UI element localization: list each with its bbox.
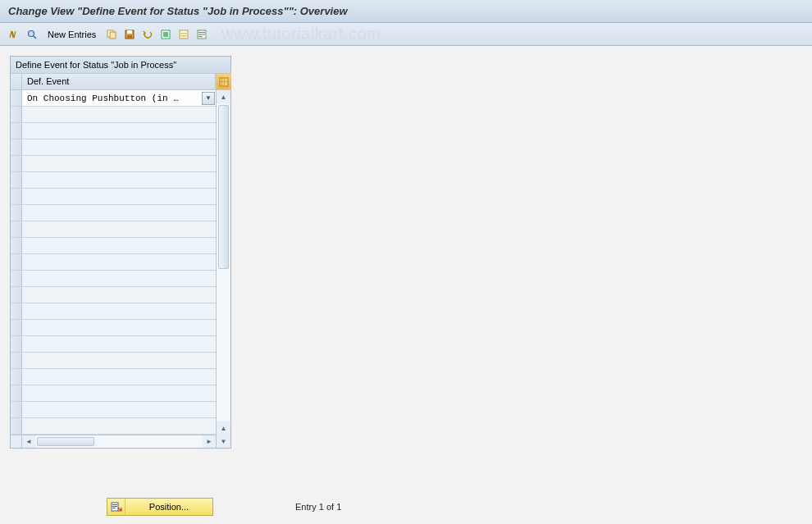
scroll-down-icon[interactable]: ▼ [217,435,230,448]
position-icon [107,499,125,515]
new-entries-button[interactable]: New Entries [43,30,101,39]
watermark-text: www.tutorialkart.com [221,25,381,43]
row-selector[interactable] [11,303,22,319]
def-event-cell[interactable] [22,254,216,270]
svg-rect-13 [198,32,205,33]
svg-rect-21 [112,504,117,505]
def-event-cell[interactable] [22,320,216,335]
def-event-cell[interactable]: On Choosing Pushbutton (in …▼ [22,90,216,106]
position-button[interactable]: Position... [107,498,213,516]
row-selector[interactable] [11,156,22,171]
def-event-cell[interactable] [22,287,216,303]
table-row [11,369,216,385]
def-event-cell[interactable] [22,123,216,139]
svg-rect-9 [180,30,188,39]
def-event-cell[interactable] [22,107,216,122]
table-row [11,418,216,435]
def-event-cell[interactable] [22,336,216,352]
select-all-icon[interactable] [158,27,173,42]
table-body: Def. Event On Choosing Pushbutton (in …▼… [11,74,216,448]
svg-rect-15 [198,36,203,37]
undo-icon[interactable] [140,27,155,42]
table-row [11,287,216,303]
def-event-cell[interactable] [22,353,216,368]
find-icon[interactable] [25,27,39,42]
row-selector[interactable] [11,205,22,221]
row-selector[interactable] [11,369,22,385]
svg-rect-22 [112,506,117,507]
table-row [11,205,216,221]
save-icon[interactable] [122,27,137,42]
deselect-icon[interactable] [176,27,191,42]
table-row [11,385,216,402]
v-scroll-thumb[interactable] [218,105,229,269]
row-selector[interactable] [11,336,22,352]
row-selector[interactable] [11,271,22,286]
table-row [11,123,216,139]
row-selector[interactable] [11,221,22,237]
row-selector[interactable] [11,90,22,106]
def-event-cell[interactable] [22,189,216,204]
def-event-cell[interactable] [22,238,216,253]
footer: Position... Entry 1 of 1 [0,498,812,516]
page-title: Change View "Define Event for Status "Jo… [0,0,812,23]
table-settings-icon[interactable] [217,74,231,90]
copy-icon[interactable] [104,27,119,42]
svg-rect-10 [180,33,187,34]
row-selector[interactable] [11,418,22,434]
def-event-cell[interactable] [22,418,216,434]
svg-rect-6 [127,35,132,39]
column-header-def-event[interactable]: Def. Event [22,74,216,89]
toggle-icon[interactable] [7,27,21,42]
toolbar: New Entries www.tutorialkart.com [0,23,812,46]
vertical-scrollbar-area: ▲ ▲ ▼ [216,74,230,448]
table-row [11,189,216,205]
scroll-up-end-icon[interactable]: ▲ [217,421,230,435]
row-selector[interactable] [11,287,22,303]
svg-rect-14 [198,34,205,34]
row-selector[interactable] [11,139,22,155]
panel-header: Define Event for Status "Job in Process" [11,57,230,74]
def-event-cell[interactable] [22,205,216,221]
v-scroll-track[interactable] [217,103,230,421]
row-selector[interactable] [11,189,22,204]
row-selector[interactable] [11,385,22,401]
svg-rect-11 [180,35,187,37]
scroll-right-icon[interactable]: ► [203,435,216,448]
dropdown-arrow-icon[interactable]: ▼ [202,92,215,105]
svg-rect-5 [127,30,132,34]
def-event-cell[interactable] [22,303,216,319]
row-selector[interactable] [11,254,22,270]
def-event-cell[interactable] [22,385,216,401]
svg-point-0 [29,30,34,36]
row-selector[interactable] [11,107,22,122]
table-row [11,271,216,287]
row-selector[interactable] [11,238,22,253]
row-selector[interactable] [11,123,22,139]
def-event-cell[interactable] [22,139,216,155]
table-row [11,238,216,254]
table-row: On Choosing Pushbutton (in …▼ [11,90,216,107]
def-event-cell[interactable] [22,172,216,188]
def-event-cell[interactable] [22,402,216,417]
svg-rect-8 [163,32,168,37]
define-event-panel: Define Event for Status "Job in Process"… [10,56,231,449]
content-area: Define Event for Status "Job in Process"… [0,46,812,458]
row-selector[interactable] [11,402,22,417]
def-event-cell[interactable] [22,156,216,171]
print-icon[interactable] [194,27,209,42]
scroll-up-icon[interactable]: ▲ [217,90,230,103]
table-row [11,107,216,123]
scroll-left-icon[interactable]: ◄ [22,435,35,448]
row-selector[interactable] [11,353,22,368]
horizontal-scrollbar[interactable]: ◄ ► [11,435,216,448]
h-scroll-thumb[interactable] [37,437,94,446]
table-row [11,139,216,156]
def-event-cell[interactable] [22,369,216,385]
row-selector[interactable] [11,172,22,188]
row-selector-header[interactable] [11,74,22,89]
def-event-cell[interactable] [22,221,216,237]
table-row [11,156,216,172]
def-event-cell[interactable] [22,271,216,286]
row-selector[interactable] [11,320,22,335]
